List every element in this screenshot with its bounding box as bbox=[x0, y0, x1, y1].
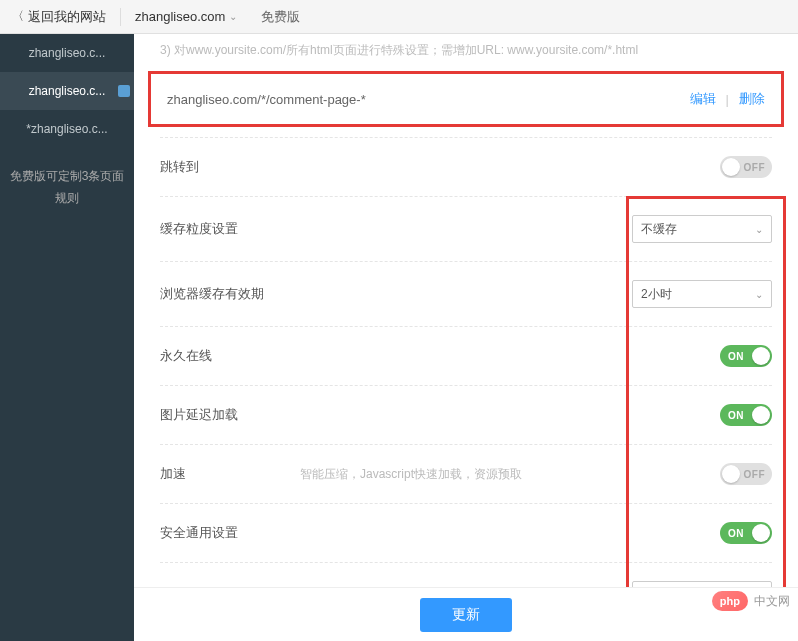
settings-area: 跳转到 OFF 缓存粒度设置 不缓存 ⌄ 浏览器缓 bbox=[134, 137, 798, 641]
toggle-text: ON bbox=[728, 410, 744, 421]
lazy-image-toggle[interactable]: ON bbox=[720, 404, 772, 426]
chevron-left-icon: 〈 bbox=[12, 8, 24, 25]
select-value: 2小时 bbox=[641, 286, 672, 303]
separator: | bbox=[726, 92, 729, 107]
chevron-down-icon: ⌄ bbox=[229, 11, 237, 22]
sidebar: zhangliseo.c... zhangliseo.c... *zhangli… bbox=[0, 34, 134, 641]
topbar: 〈 返回我的网站 zhangliseo.com ⌄ 免费版 bbox=[0, 0, 798, 34]
setting-redirect: 跳转到 OFF bbox=[160, 137, 772, 196]
chevron-down-icon: ⌄ bbox=[755, 224, 763, 235]
always-online-toggle[interactable]: ON bbox=[720, 345, 772, 367]
setting-label: 跳转到 bbox=[160, 158, 300, 176]
toggle-knob bbox=[722, 465, 740, 483]
url-rule-box: zhangliseo.com/*/comment-page-* 编辑 | 删除 bbox=[148, 71, 784, 127]
setting-label: 浏览器缓存有效期 bbox=[160, 285, 300, 303]
redirect-toggle[interactable]: OFF bbox=[720, 156, 772, 178]
plan-badge: 免费版 bbox=[261, 8, 300, 26]
back-link[interactable]: 〈 返回我的网站 bbox=[12, 8, 106, 26]
setting-cache-granularity: 缓存粒度设置 不缓存 ⌄ bbox=[160, 196, 772, 261]
setting-label: 加速 bbox=[160, 465, 300, 483]
acceleration-toggle[interactable]: OFF bbox=[720, 463, 772, 485]
setting-label: 图片延迟加载 bbox=[160, 406, 300, 424]
toggle-knob bbox=[752, 524, 770, 542]
delete-link[interactable]: 删除 bbox=[739, 90, 765, 108]
toggle-text: ON bbox=[728, 528, 744, 539]
select-value: 不缓存 bbox=[641, 221, 677, 238]
security-toggle[interactable]: ON bbox=[720, 522, 772, 544]
chevron-down-icon: ⌄ bbox=[755, 289, 763, 300]
setting-lazy-image: 图片延迟加载 ON bbox=[160, 385, 772, 444]
toggle-knob bbox=[752, 347, 770, 365]
setting-hint: 智能压缩，Javascript快速加载，资源预取 bbox=[300, 466, 720, 483]
footer: 更新 bbox=[134, 587, 798, 641]
domain-name: zhangliseo.com bbox=[135, 9, 225, 24]
watermark-text: 中文网 bbox=[754, 593, 790, 610]
main-panel: 3) 对www.yoursite.com/所有html页面进行特殊设置；需增加U… bbox=[134, 34, 798, 641]
edit-link[interactable]: 编辑 bbox=[690, 90, 716, 108]
sidebar-item-rule-0[interactable]: zhangliseo.c... bbox=[0, 34, 134, 72]
setting-label: 永久在线 bbox=[160, 347, 300, 365]
sidebar-item-rule-2[interactable]: *zhangliseo.c... bbox=[0, 110, 134, 148]
toggle-text: OFF bbox=[744, 162, 766, 173]
url-actions: 编辑 | 删除 bbox=[690, 90, 765, 108]
separator bbox=[120, 8, 121, 26]
toggle-text: ON bbox=[728, 351, 744, 362]
domain-dropdown[interactable]: zhangliseo.com ⌄ bbox=[135, 9, 237, 24]
sidebar-item-rule-1[interactable]: zhangliseo.c... bbox=[0, 72, 134, 110]
toggle-knob bbox=[752, 406, 770, 424]
setting-acceleration: 加速 智能压缩，Javascript快速加载，资源预取 OFF bbox=[160, 444, 772, 503]
faded-hint: 3) 对www.yoursite.com/所有html页面进行特殊设置；需增加U… bbox=[134, 34, 798, 67]
setting-always-online: 永久在线 ON bbox=[160, 326, 772, 385]
toggle-knob bbox=[722, 158, 740, 176]
watermark: php 中文网 bbox=[712, 591, 790, 611]
setting-browser-cache-ttl: 浏览器缓存有效期 2小时 ⌄ bbox=[160, 261, 772, 326]
url-rule-text: zhangliseo.com/*/comment-page-* bbox=[167, 92, 366, 107]
update-button[interactable]: 更新 bbox=[420, 598, 512, 632]
sidebar-note: 免费版可定制3条页面规则 bbox=[0, 152, 134, 223]
toggle-text: OFF bbox=[744, 469, 766, 480]
setting-security: 安全通用设置 ON bbox=[160, 503, 772, 562]
watermark-badge: php bbox=[712, 591, 748, 611]
cache-granularity-select[interactable]: 不缓存 ⌄ bbox=[632, 215, 772, 243]
back-label: 返回我的网站 bbox=[28, 8, 106, 26]
browser-cache-select[interactable]: 2小时 ⌄ bbox=[632, 280, 772, 308]
setting-label: 安全通用设置 bbox=[160, 524, 300, 542]
setting-label: 缓存粒度设置 bbox=[160, 220, 300, 238]
